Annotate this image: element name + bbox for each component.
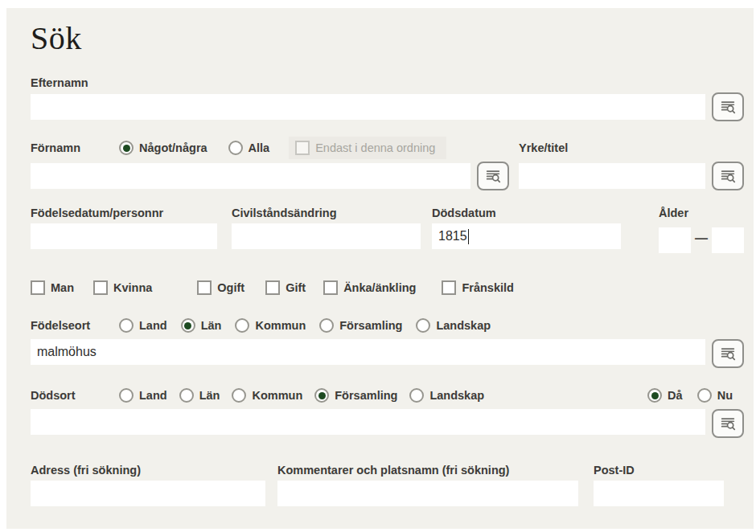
- adress-input[interactable]: [31, 481, 265, 506]
- dodsort-radio-kommun[interactable]: Kommun: [232, 388, 302, 403]
- yrke-lookup-button[interactable]: [712, 162, 744, 190]
- yrke-label: Yrke/titel: [519, 141, 607, 154]
- radio-icon: [232, 388, 246, 403]
- radio-icon: [228, 141, 243, 155]
- fornamn-lookup-button[interactable]: [477, 162, 509, 190]
- radio-icon: [119, 318, 134, 333]
- checkbox-kvinna[interactable]: Kvinna: [93, 280, 152, 295]
- efternamn-label: Efternamn: [31, 76, 744, 89]
- page-title: Sök: [31, 19, 744, 57]
- yrke-input[interactable]: [519, 163, 705, 189]
- alder-from-input[interactable]: [659, 227, 691, 253]
- list-search-icon: [484, 167, 502, 185]
- list-search-icon: [719, 345, 737, 362]
- radio-icon: [416, 318, 430, 333]
- dodsdatum-input[interactable]: 1815: [432, 223, 621, 249]
- fodelseort-lookup-button[interactable]: [712, 339, 744, 368]
- alder-range-dash: —: [691, 231, 712, 246]
- list-search-icon: [719, 98, 737, 116]
- checkbox-icon: [442, 280, 456, 295]
- fodelsedatum-label: Födelsedatum/personnr: [31, 207, 217, 219]
- fodelseort-radio-land[interactable]: Land: [119, 318, 167, 333]
- radio-icon: [235, 318, 249, 333]
- fodelseort-radio-kommun[interactable]: Kommun: [235, 318, 306, 333]
- dodsort-lookup-button[interactable]: [712, 409, 744, 438]
- checkbox-ogift[interactable]: Ogift: [197, 280, 244, 295]
- search-form-panel: Sök Efternamn Förnamn: [6, 8, 754, 529]
- dodsort-radio-nu[interactable]: Nu: [697, 388, 733, 403]
- checkbox-franskild[interactable]: Frånskild: [442, 280, 513, 295]
- adress-label: Adress (fri sökning): [31, 464, 265, 477]
- list-search-icon: [719, 167, 737, 185]
- radio-selected-icon: [181, 318, 195, 333]
- fodelseort-radio-landskap[interactable]: Landskap: [416, 318, 491, 333]
- alder-to-input[interactable]: [712, 227, 744, 253]
- fodelsedatum-input[interactable]: [31, 223, 217, 249]
- efternamn-lookup-button[interactable]: [712, 92, 744, 121]
- fodelseort-radio-forsamling[interactable]: Församling: [319, 318, 402, 333]
- civilstand-input[interactable]: [232, 223, 421, 249]
- text-cursor: [468, 229, 470, 244]
- fodelseort-input[interactable]: malmöhus: [31, 339, 705, 365]
- fornamn-radio-alla[interactable]: Alla: [228, 141, 270, 155]
- radio-selected-icon: [314, 388, 329, 403]
- checkbox-icon: [323, 280, 338, 295]
- fodelseort-label: Födelseort: [31, 319, 119, 332]
- radio-selected-icon: [119, 141, 134, 155]
- order-checkbox-disabled: Endast i denna ordning: [289, 137, 446, 159]
- checkbox-anka-ankling[interactable]: Änka/änkling: [323, 280, 416, 295]
- dodsdatum-label: Dödsdatum: [432, 207, 621, 219]
- alder-label: Ålder: [659, 207, 744, 219]
- fornamn-input[interactable]: [31, 163, 470, 189]
- radio-icon: [119, 388, 134, 403]
- dodsort-input[interactable]: [31, 409, 705, 435]
- list-search-icon: [719, 415, 737, 432]
- efternamn-input[interactable]: [31, 94, 705, 120]
- dodsort-radio-lan[interactable]: Län: [179, 388, 220, 403]
- radio-icon: [179, 388, 194, 403]
- checkbox-man[interactable]: Man: [31, 280, 74, 295]
- dodsort-radio-landskap[interactable]: Landskap: [409, 388, 484, 403]
- postid-label: Post-ID: [594, 464, 724, 477]
- dodsort-radio-da[interactable]: Då: [647, 388, 683, 403]
- civilstand-label: Civilståndsändring: [232, 207, 421, 219]
- kommentarer-label: Kommentarer och platsnamn (fri sökning): [277, 464, 578, 477]
- checkbox-icon: [93, 280, 108, 295]
- fornamn-label: Förnamn: [31, 141, 119, 154]
- checkbox-icon: [295, 141, 310, 155]
- postid-input[interactable]: [594, 481, 724, 506]
- radio-icon: [319, 318, 334, 333]
- fodelseort-radio-lan[interactable]: Län: [181, 318, 222, 333]
- radio-selected-icon: [647, 388, 662, 403]
- checkbox-icon: [265, 280, 280, 295]
- radio-icon: [697, 388, 712, 403]
- dodsort-label: Dödsort: [31, 389, 119, 402]
- checkbox-icon: [31, 280, 45, 295]
- kommentarer-input[interactable]: [277, 481, 578, 506]
- radio-icon: [409, 388, 424, 403]
- checkbox-icon: [197, 280, 212, 295]
- dodsort-radio-land[interactable]: Land: [119, 388, 167, 403]
- dodsort-radio-forsamling[interactable]: Församling: [314, 388, 397, 403]
- fornamn-radio-nagot-nagra[interactable]: Något/några: [119, 141, 207, 155]
- checkbox-gift[interactable]: Gift: [265, 280, 306, 295]
